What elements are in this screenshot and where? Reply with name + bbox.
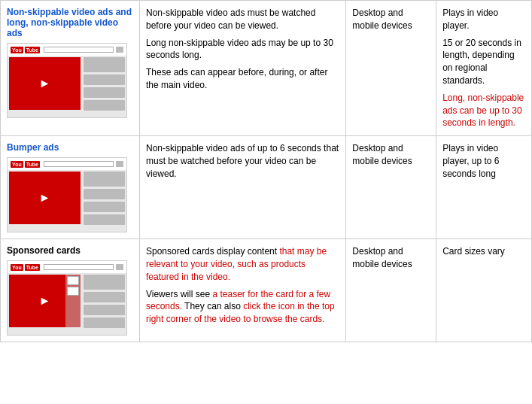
yt-sidebar [82, 170, 126, 232]
yt-sidebar-item [84, 74, 125, 85]
sponsor-card-item [67, 276, 79, 285]
ad-title: Bumper ads [7, 142, 133, 153]
yt-logo-you: You [11, 264, 23, 271]
ad-name-cell: Bumper ads YouTube ► [1, 136, 140, 239]
yt-sidebar-item [84, 275, 125, 290]
ad-length-cell: Card sizes vary [436, 239, 532, 342]
yt-search-bar [44, 161, 114, 167]
ad-title-part1: Non-skippable video ads and [7, 7, 132, 17]
yt-logo-tube: Tube [25, 264, 40, 271]
ad-thumbnail: YouTube ► [7, 260, 127, 336]
yt-sidebar-item [84, 202, 125, 212]
yt-sidebar-item [84, 317, 125, 328]
ad-title-text: Sponsored cards [7, 245, 81, 256]
yt-logo: YouTube [11, 264, 40, 271]
play-icon: ► [39, 294, 51, 308]
ad-name-cell: Non-skippable video ads and long, non-sk… [1, 1, 140, 136]
ad-where: Desktop and mobile devices [352, 142, 430, 168]
table-row: Bumper ads YouTube ► [1, 136, 532, 239]
yt-sidebar-item [84, 87, 125, 98]
ad-desc-p3: These ads can appear before, during, or … [146, 66, 339, 92]
play-icon: ► [39, 191, 51, 205]
ad-name-cell: Sponsored cards YouTube ► [1, 239, 140, 342]
yt-icon-box [116, 47, 123, 53]
ad-where: Desktop and mobile devices [352, 245, 430, 271]
yt-sidebar-item [84, 189, 125, 199]
yt-sidebar [82, 56, 126, 117]
yt-logo-tube: Tube [25, 161, 40, 168]
ad-length-cell: Plays in video player, up to 6 seconds l… [436, 136, 532, 239]
ad-title-part2: long, non-skippable video ads [7, 17, 118, 38]
sponsored-card-overlay [65, 275, 81, 327]
yt-main-video: ► [9, 172, 81, 224]
yt-search-bar [44, 264, 114, 270]
ad-desc-p2: Long non-skippable video ads may be up t… [146, 37, 339, 62]
ad-title: Non-skippable video ads and long, non-sk… [7, 7, 133, 38]
ad-where: Desktop and mobile devices [352, 7, 430, 32]
yt-search-bar [44, 47, 114, 53]
ad-desc-p1: Non-skippable video ads of up to 6 secon… [146, 142, 339, 180]
yt-top-bar: YouTube [8, 44, 126, 56]
ad-description-cell: Non-skippable video ads of up to 6 secon… [139, 136, 345, 239]
yt-sidebar-item [84, 292, 125, 302]
ad-length-p1: Plays in video player. [442, 7, 525, 32]
ad-where-cell: Desktop and mobile devices [346, 239, 436, 342]
desc-text-black1: Sponsored cards display content [146, 246, 279, 257]
yt-sidebar-item [84, 214, 125, 225]
ad-description-cell: Non-skippable video ads must be watched … [139, 1, 345, 136]
desc-text-black2: Viewers will see [146, 289, 212, 299]
table-row: Non-skippable video ads and long, non-sk… [1, 1, 532, 136]
ad-desc-p1: Sponsored cards display content that may… [146, 245, 339, 283]
yt-logo-you: You [11, 47, 23, 53]
ad-thumbnail: YouTube ► [7, 157, 127, 232]
yt-sidebar-item [84, 305, 125, 315]
yt-logo: YouTube [11, 161, 40, 168]
ad-where-cell: Desktop and mobile devices [346, 136, 436, 239]
yt-icon-box [116, 264, 123, 270]
yt-sidebar-item [84, 172, 125, 187]
ad-length-p1: Plays in video player, up to 6 seconds l… [442, 142, 525, 180]
yt-logo-tube: Tube [25, 47, 40, 53]
ad-where-cell: Desktop and mobile devices [346, 1, 436, 136]
yt-content-area: ► [8, 170, 126, 232]
play-icon: ► [39, 77, 51, 90]
ad-desc-p1: Non-skippable video ads must be watched … [146, 7, 339, 32]
ad-thumbnail: YouTube ► [7, 43, 127, 118]
ad-title: Sponsored cards [7, 245, 133, 256]
ad-length-p3: Long, non-skippable ads can be up to 30 … [442, 92, 525, 129]
desc-text-black3: They can also [182, 301, 243, 311]
yt-main-video: ► [9, 275, 81, 327]
yt-top-bar: YouTube [8, 261, 126, 273]
ad-description-cell: Sponsored cards display content that may… [139, 239, 345, 342]
yt-main-video: ► [9, 57, 81, 110]
yt-icon-box [116, 161, 123, 167]
yt-content-area: ► [8, 273, 126, 335]
yt-sidebar [82, 273, 126, 335]
ad-length-p2: 15 or 20 seconds in length, depending on… [442, 37, 525, 87]
sponsor-card-item [67, 287, 79, 296]
yt-sidebar-item [84, 57, 125, 72]
yt-sidebar-item [84, 100, 125, 111]
ad-types-table: Non-skippable video ads and long, non-sk… [0, 0, 532, 342]
ad-length-p1: Card sizes vary [442, 245, 525, 258]
ad-length-cell: Plays in video player. 15 or 20 seconds … [436, 1, 532, 136]
table-row: Sponsored cards YouTube ► [1, 239, 532, 342]
yt-top-bar: YouTube [8, 158, 126, 170]
yt-logo: YouTube [11, 47, 40, 53]
yt-logo-you: You [11, 161, 23, 168]
yt-content-area: ► [8, 56, 126, 117]
ad-desc-p2: Viewers will see a teaser for the card f… [146, 288, 339, 326]
ad-title-text: Bumper ads [7, 142, 59, 153]
